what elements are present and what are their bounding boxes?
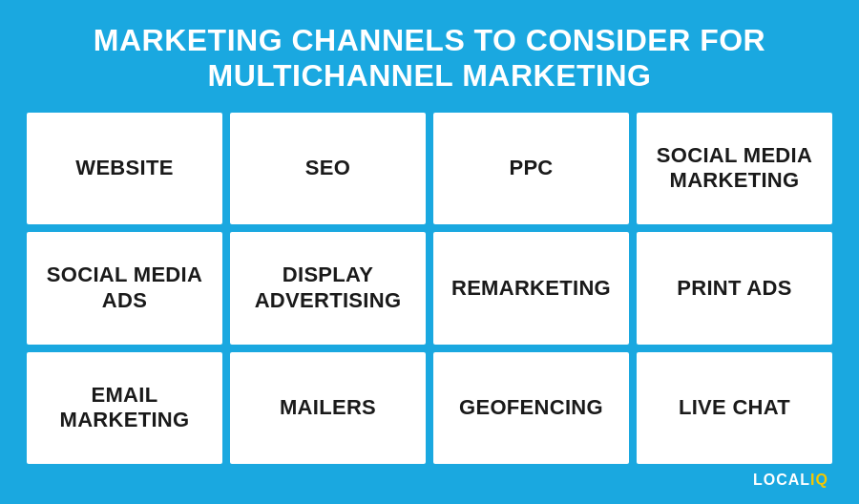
grid-cell-social-media-ads: SOCIAL MEDIA ADS	[27, 232, 222, 344]
grid-cell-remarketing: REMARKETING	[433, 232, 629, 344]
grid-cell-seo: SEO	[230, 113, 426, 224]
logo-part1: LOCAL	[753, 472, 810, 488]
cell-label-email-marketing: EMAIL MARKETING	[40, 383, 209, 433]
footer: LOCALiQ	[27, 464, 832, 489]
cell-label-live-chat: LIVE CHAT	[679, 395, 790, 420]
cell-label-mailers: MAILERS	[280, 395, 376, 420]
grid-cell-display-advertising: DISPLAY ADVERTISING	[230, 232, 426, 344]
grid-cell-print-ads: PRINT ADS	[637, 232, 832, 344]
grid-cell-mailers: MAILERS	[230, 352, 426, 464]
page-container: MARKETING CHANNELS TO CONSIDER FOR MULTI…	[0, 0, 859, 504]
grid-cell-ppc: PPC	[433, 113, 629, 224]
logo-part2: iQ	[810, 472, 828, 488]
logo: LOCALiQ	[753, 472, 828, 489]
page-title: MARKETING CHANNELS TO CONSIDER FOR MULTI…	[27, 23, 832, 94]
cell-label-social-media-marketing: SOCIAL MEDIA MARKETING	[650, 143, 819, 194]
cell-label-social-media-ads: SOCIAL MEDIA ADS	[40, 262, 209, 313]
cell-label-remarketing: REMARKETING	[451, 276, 611, 301]
channels-grid: WEBSITE SEO PPC SOCIAL MEDIA MARKETING S…	[27, 113, 832, 464]
grid-cell-email-marketing: EMAIL MARKETING	[27, 352, 222, 464]
cell-label-seo: SEO	[305, 156, 350, 180]
grid-cell-website: WEBSITE	[27, 113, 222, 224]
grid-cell-geofencing: GEOFENCING	[433, 352, 629, 464]
grid-cell-social-media-marketing: SOCIAL MEDIA MARKETING	[637, 113, 832, 224]
grid-cell-live-chat: LIVE CHAT	[637, 352, 832, 464]
cell-label-display-advertising: DISPLAY ADVERTISING	[243, 262, 412, 313]
cell-label-website: WEBSITE	[75, 156, 173, 180]
cell-label-geofencing: GEOFENCING	[459, 395, 603, 420]
cell-label-ppc: PPC	[509, 156, 553, 180]
cell-label-print-ads: PRINT ADS	[677, 276, 791, 301]
